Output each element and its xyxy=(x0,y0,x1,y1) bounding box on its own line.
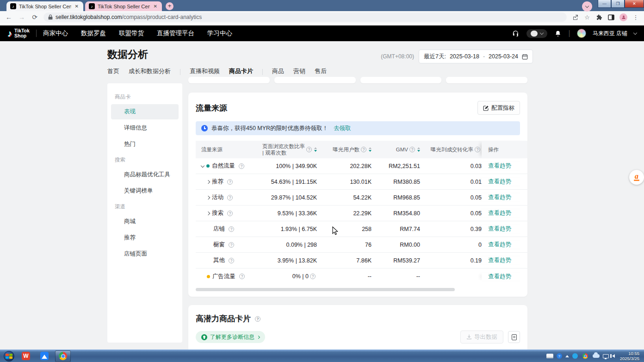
help-icon[interactable]: ? xyxy=(557,353,562,359)
share-icon[interactable] xyxy=(571,13,579,21)
info-icon[interactable]: ? xyxy=(227,179,233,185)
profile-avatar[interactable] xyxy=(619,13,627,21)
view-trend-link[interactable]: 查看趋势 xyxy=(488,225,511,233)
metric-card[interactable] xyxy=(360,77,442,83)
sidebar-item-表现[interactable]: 表现 xyxy=(111,104,179,119)
date-range-picker[interactable]: 最近7天: 2025-03-18 - 2025-03-24 xyxy=(419,50,533,63)
sidebar-item-热门[interactable]: 热门 xyxy=(111,137,179,152)
browser-menu-icon[interactable]: ⋮ xyxy=(632,13,639,21)
headset-icon[interactable] xyxy=(512,29,520,37)
bookmark-star-icon[interactable]: ☆ xyxy=(583,13,591,21)
tray-app-icon[interactable] xyxy=(572,353,578,359)
taskbar-chrome-icon[interactable] xyxy=(55,350,71,362)
metric-card[interactable] xyxy=(274,77,356,83)
tab-close-icon[interactable]: ✕ xyxy=(74,4,80,9)
info-icon[interactable]: ? xyxy=(227,195,233,200)
info-icon[interactable]: ? xyxy=(229,258,234,263)
view-trend-link[interactable]: 查看趋势 xyxy=(488,241,511,249)
sidebar-item-推荐[interactable]: 推荐 xyxy=(111,230,179,245)
info-icon[interactable]: ? xyxy=(306,147,312,152)
scrollbar-thumb[interactable] xyxy=(196,288,455,291)
expand-caret-icon[interactable] xyxy=(206,195,210,199)
back-icon[interactable]: ← xyxy=(5,13,13,21)
info-icon[interactable]: ? xyxy=(409,147,415,152)
collapse-caret-icon[interactable] xyxy=(201,163,204,167)
metric-card[interactable] xyxy=(446,77,527,83)
horizontal-scrollbar[interactable] xyxy=(196,288,520,291)
site-nav-item[interactable]: 联盟带货 xyxy=(119,29,144,37)
column-header-GMV[interactable]: GMV? xyxy=(372,141,420,158)
start-button[interactable] xyxy=(4,351,14,362)
tray-chrome-icon[interactable] xyxy=(582,353,588,359)
onedrive-cloud-icon[interactable] xyxy=(593,354,600,358)
taskbar-clock[interactable]: 10:55 2025/3/25 xyxy=(618,351,642,362)
tab-close-icon[interactable]: ✕ xyxy=(153,4,158,9)
window-maximize-button[interactable]: ❐ xyxy=(611,0,625,8)
extensions-puzzle-icon[interactable] xyxy=(595,13,603,21)
volume-icon[interactable] xyxy=(612,354,615,358)
info-icon[interactable]: ? xyxy=(255,316,260,322)
info-icon[interactable]: ? xyxy=(310,274,316,279)
floating-chat-badge[interactable]: a xyxy=(629,170,644,185)
info-icon[interactable]: ? xyxy=(229,242,234,248)
expand-caret-icon[interactable] xyxy=(206,180,210,183)
tiktok-shop-logo[interactable]: ♪ TikTokShop xyxy=(7,28,30,39)
browser-tab[interactable]: ♪TikTok Shop Seller Center | Cre✕ xyxy=(6,1,83,11)
shop-name[interactable]: 马来西亚 店铺 xyxy=(593,30,627,37)
tab-title: TikTok Shop Seller Center | Cre xyxy=(19,4,71,9)
info-icon[interactable]: ? xyxy=(475,147,480,152)
site-nav-item[interactable]: 直播管理平台 xyxy=(157,29,194,37)
show-hidden-icons[interactable] xyxy=(565,355,569,357)
browser-tab-strip: ♪TikTok Shop Seller Center | Cre✕♪TikTok… xyxy=(0,0,644,11)
view-trend-link[interactable]: 查看趋势 xyxy=(488,162,511,170)
site-nav-item[interactable]: 商家中心 xyxy=(43,29,68,37)
expand-caret-icon[interactable] xyxy=(206,211,210,215)
site-nav-item[interactable]: 学习中心 xyxy=(207,29,232,37)
browser-tab[interactable]: ♪TikTok Shop Seller Center | Cre✕ xyxy=(85,1,162,11)
taskbar-wps-icon[interactable]: W xyxy=(18,350,34,362)
url-bar[interactable]: seller.tiktokglobalshop.com/compass/prod… xyxy=(43,12,567,22)
info-icon[interactable]: ? xyxy=(239,274,245,279)
metric-card[interactable] xyxy=(188,77,270,83)
reload-icon[interactable]: ⟳ xyxy=(31,13,39,21)
tab-首页[interactable]: 首页 xyxy=(107,67,119,81)
new-tab-button[interactable]: + xyxy=(166,2,173,10)
language-selector[interactable] xyxy=(526,29,547,38)
side-panel-icon[interactable] xyxy=(607,13,615,21)
column-header-页面浏览次数比率 | 观看次数[interactable]: 页面浏览次数比率 | 观看次数? xyxy=(260,141,317,158)
view-trend-link[interactable]: 查看趋势 xyxy=(488,193,511,201)
diagnosis-info-link[interactable]: 了解更多诊断信息 xyxy=(196,331,265,343)
legend-dot-icon xyxy=(207,275,210,278)
sidebar-item-商品标题优化工具[interactable]: 商品标题优化工具 xyxy=(111,167,179,182)
info-icon[interactable]: ? xyxy=(229,226,234,232)
forward-icon[interactable]: → xyxy=(18,13,26,21)
notifications-bell-icon[interactable] xyxy=(554,29,562,37)
sidebar-item-详细信息[interactable]: 详细信息 xyxy=(111,120,179,136)
view-trend-link[interactable]: 查看趋势 xyxy=(488,178,511,186)
report-list-button[interactable] xyxy=(508,331,520,343)
sidebar-item-商城[interactable]: 商城 xyxy=(111,214,179,229)
column-header-曝光用户数[interactable]: 曝光用户数? xyxy=(317,141,372,158)
sidebar-item-店铺页面[interactable]: 店铺页面 xyxy=(111,246,179,262)
shop-avatar[interactable] xyxy=(577,29,586,38)
configure-metrics-button[interactable]: 配置指标 xyxy=(477,101,520,115)
input-method-icon[interactable] xyxy=(546,354,553,358)
sidebar-item-关键词榜单[interactable]: 关键词榜单 xyxy=(111,183,179,199)
view-trend-link[interactable]: 查看趋势 xyxy=(488,256,511,264)
chevron-down-icon xyxy=(633,31,637,34)
taskbar-mountain-app-icon[interactable] xyxy=(37,350,52,362)
info-icon[interactable]: ? xyxy=(239,163,244,169)
tab-search-button[interactable] xyxy=(582,1,592,12)
tab-成长和数据分析[interactable]: 成长和数据分析 xyxy=(129,67,171,81)
view-trend-link[interactable]: 查看趋势 xyxy=(488,209,511,217)
window-close-button[interactable]: ✕ xyxy=(625,0,644,8)
claim-coupon-link[interactable]: 去领取 xyxy=(334,125,351,132)
network-icon[interactable] xyxy=(603,354,609,358)
export-data-button[interactable]: 导出数据 xyxy=(460,331,503,343)
view-trend-link[interactable]: 查看趋势 xyxy=(488,273,511,281)
info-icon[interactable]: ? xyxy=(361,147,366,152)
info-icon[interactable]: ? xyxy=(227,211,233,216)
table-row-搜索: 搜索?9.53% | 33.36K22.29KRM354.800.05查看趋势 xyxy=(196,206,527,221)
window-minimize-button[interactable]: — xyxy=(598,0,611,8)
site-nav-item[interactable]: 数据罗盘 xyxy=(81,29,106,37)
